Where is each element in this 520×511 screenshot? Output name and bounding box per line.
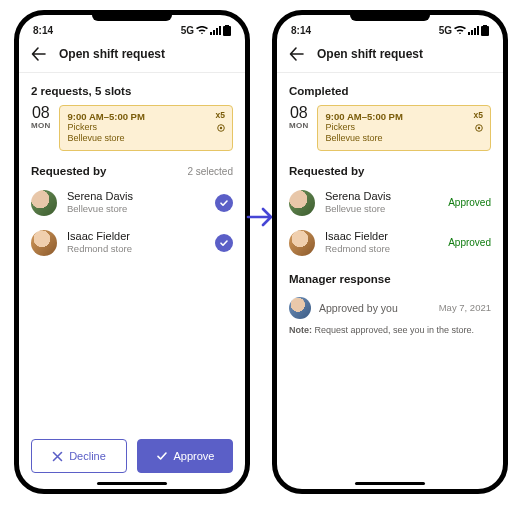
avatar	[31, 190, 57, 216]
selected-count: 2 selected	[187, 166, 233, 177]
avatar	[289, 297, 311, 319]
wifi-icon	[196, 26, 208, 35]
requester-store: Redmond store	[67, 243, 205, 254]
manager-note: Note: Request approved, see you in the s…	[289, 325, 491, 335]
phone-before: 8:14 5G Open shift request 2 requests, 5…	[14, 10, 250, 494]
approve-button[interactable]: Approve	[137, 439, 233, 473]
phone-after: 8:14 5G Open shift request Completed 08	[272, 10, 508, 494]
requester-row[interactable]: Serena Davis Bellevue store Approved	[289, 183, 491, 223]
status-approved: Approved	[448, 237, 491, 248]
shift-count: x5	[474, 110, 483, 120]
status-time: 8:14	[291, 25, 311, 36]
page-title: Open shift request	[317, 47, 423, 61]
shift-location: Bellevue store	[326, 133, 482, 144]
page-title: Open shift request	[59, 47, 165, 61]
manager-response-row: Approved by you May 7, 2021	[289, 291, 491, 321]
home-indicator	[97, 482, 167, 485]
shift-count: x5	[216, 110, 225, 120]
shift-location: Bellevue store	[68, 133, 224, 144]
avatar	[289, 230, 315, 256]
requester-row[interactable]: Isaac Fielder Redmond store Approved	[289, 223, 491, 263]
date-number: 08	[31, 105, 51, 122]
arrow-icon	[246, 206, 274, 228]
selected-check-icon[interactable]	[215, 194, 233, 212]
requester-name: Isaac Fielder	[325, 230, 438, 243]
shift-role: Pickers	[326, 122, 482, 133]
manager-response-text: Approved by you	[319, 302, 431, 314]
app-bar: Open shift request	[19, 40, 245, 73]
shift-card[interactable]: 9:00 AM–5:00 PM Pickers Bellevue store x…	[59, 105, 233, 151]
shift-time: 9:00 AM–5:00 PM	[326, 111, 482, 122]
summary-text: Completed	[289, 85, 491, 97]
back-icon[interactable]	[289, 46, 305, 62]
requester-store: Redmond store	[325, 243, 438, 254]
shift-row: 08 MON 9:00 AM–5:00 PM Pickers Bellevue …	[31, 105, 233, 151]
battery-icon	[481, 25, 489, 36]
shift-row: 08 MON 9:00 AM–5:00 PM Pickers Bellevue …	[289, 105, 491, 151]
location-icon	[216, 124, 226, 134]
status-approved: Approved	[448, 197, 491, 208]
action-footer: Decline Approve	[19, 429, 245, 489]
status-network: 5G	[181, 25, 194, 36]
shift-time: 9:00 AM–5:00 PM	[68, 111, 224, 122]
shift-role: Pickers	[68, 122, 224, 133]
note-label: Note:	[289, 325, 312, 335]
requester-row[interactable]: Serena Davis Bellevue store	[31, 183, 233, 223]
note-text: Request approved, see you in the store.	[315, 325, 475, 335]
requester-name: Serena Davis	[325, 190, 438, 203]
app-bar: Open shift request	[277, 40, 503, 73]
status-network: 5G	[439, 25, 452, 36]
status-bar: 8:14 5G	[19, 15, 245, 40]
status-time: 8:14	[33, 25, 53, 36]
decline-button[interactable]: Decline	[31, 439, 127, 473]
signal-icon	[210, 26, 221, 35]
requester-name: Serena Davis	[67, 190, 205, 203]
requester-store: Bellevue store	[325, 203, 438, 214]
wifi-icon	[454, 26, 466, 35]
summary-text: 2 requests, 5 slots	[31, 85, 233, 97]
requester-name: Isaac Fielder	[67, 230, 205, 243]
manager-response-label: Manager response	[289, 273, 391, 285]
checkmark-icon	[156, 450, 168, 462]
signal-icon	[468, 26, 479, 35]
date-dow: MON	[31, 122, 51, 130]
date-number: 08	[289, 105, 309, 122]
requested-by-label: Requested by	[289, 165, 364, 177]
requester-store: Bellevue store	[67, 203, 205, 214]
manager-response-date: May 7, 2021	[439, 302, 491, 313]
requester-row[interactable]: Isaac Fielder Redmond store	[31, 223, 233, 263]
battery-icon	[223, 25, 231, 36]
status-bar: 8:14 5G	[277, 15, 503, 40]
approve-label: Approve	[174, 450, 215, 462]
close-icon	[52, 451, 63, 462]
date-dow: MON	[289, 122, 309, 130]
avatar	[289, 190, 315, 216]
home-indicator	[355, 482, 425, 485]
decline-label: Decline	[69, 450, 106, 462]
shift-card[interactable]: 9:00 AM–5:00 PM Pickers Bellevue store x…	[317, 105, 491, 151]
avatar	[31, 230, 57, 256]
selected-check-icon[interactable]	[215, 234, 233, 252]
back-icon[interactable]	[31, 46, 47, 62]
svg-point-1	[220, 127, 222, 129]
svg-point-3	[478, 127, 480, 129]
requested-by-label: Requested by	[31, 165, 106, 177]
location-icon	[474, 124, 484, 134]
